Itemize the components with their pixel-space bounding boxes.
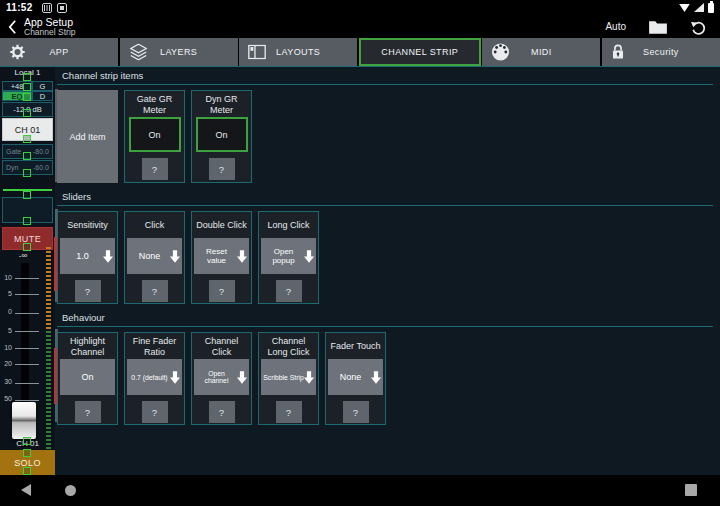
fader-scale-label: 10	[0, 344, 12, 351]
channel-strip-preview: Local 1 +48 G EQ D -12.0 dB CH 01 Gate -…	[0, 67, 55, 475]
help-button[interactable]: ?	[75, 401, 101, 423]
section-title: Sliders	[57, 191, 713, 206]
selection-handle-icon	[23, 437, 31, 445]
tab-label: CHANNEL STRIP	[381, 47, 458, 57]
help-button[interactable]: ?	[142, 280, 168, 302]
dropdown-double-click[interactable]: Reset value	[194, 238, 249, 274]
dropdown-value: None	[129, 251, 170, 261]
card-channel-click: Channel ClickOpen channel?	[191, 332, 252, 425]
fader-scale-label: 20	[0, 360, 12, 367]
help-button[interactable]: ?	[343, 401, 369, 423]
button-highlight-channel[interactable]: On	[60, 359, 115, 395]
help-button[interactable]: ?	[75, 280, 101, 302]
section-row: Highlight ChannelOn?Fine Fader Ratio0.7 …	[57, 332, 720, 425]
section-row: Add ItemGate GR MeterOn?Dyn GR MeterOn?	[57, 90, 720, 183]
nav-recents-icon[interactable]	[685, 484, 697, 496]
selection-handle-icon	[23, 169, 31, 177]
help-button[interactable]: ?	[209, 280, 235, 302]
tab-label: LAYOUTS	[276, 47, 320, 57]
dropdown-fine-fader-ratio[interactable]: 0.7 (default)	[127, 359, 182, 395]
dropdown-click[interactable]: None	[127, 238, 182, 274]
selection-handle-icon	[23, 217, 31, 225]
card-double-click: Double ClickReset value?	[191, 211, 252, 304]
nav-home-icon[interactable]	[65, 485, 76, 496]
back-button[interactable]	[0, 15, 24, 38]
fader-scale-label: 50	[0, 395, 12, 402]
help-button[interactable]: ?	[276, 401, 302, 423]
help-button[interactable]: ?	[142, 401, 168, 423]
back-chevron-icon	[8, 19, 17, 35]
auto-label[interactable]: Auto	[605, 21, 626, 32]
nav-back-icon[interactable]	[21, 484, 31, 496]
tab-channel-strip[interactable]: CHANNEL STRIP	[359, 38, 481, 66]
horizontal-scrollbar[interactable]	[54, 237, 57, 291]
card-title: Double Click	[194, 215, 249, 236]
tab-security[interactable]: Security	[602, 38, 720, 66]
app-screen: 11:52 App Setup Channel Strip Auto	[0, 0, 720, 506]
dropdown-arrow-icon	[170, 250, 180, 263]
help-button[interactable]: ?	[276, 280, 302, 302]
toggle-gate-gr-meter[interactable]: On	[129, 117, 181, 152]
level-meter-top	[46, 247, 51, 331]
card-title: Channel Long Click	[259, 336, 318, 357]
dropdown-fader-touch[interactable]: None	[328, 359, 383, 395]
card-click: ClickNone?	[124, 211, 185, 304]
add-item-button[interactable]: Add Item	[57, 90, 118, 183]
gate-indicator[interactable]: G	[32, 81, 53, 91]
fader-scale-label: 5	[0, 327, 12, 334]
card-title: Click	[143, 215, 167, 236]
tab-app[interactable]: APP	[0, 38, 118, 66]
card-title: Fader Touch	[329, 336, 383, 357]
fader-scale-tick	[15, 348, 39, 349]
fader-scale-tick	[15, 383, 39, 384]
toggle-dyn-gr-meter[interactable]: On	[196, 117, 248, 152]
fader-scale-tick	[15, 364, 39, 365]
fader-scale-label: 30	[0, 378, 12, 385]
dropdown-sensitivity[interactable]: 1.0	[60, 238, 115, 274]
tab-midi[interactable]: MIDI	[482, 38, 600, 66]
dropdown-long-click[interactable]: Open popup	[261, 238, 316, 274]
tab-label: MIDI	[531, 47, 552, 57]
fader-scale-tick	[15, 313, 39, 314]
dropdown-channel-long-click[interactable]: Scribble Strip	[261, 359, 316, 395]
fader-scale-label: 0	[0, 308, 12, 315]
selection-handle-icon	[23, 152, 31, 160]
tab-layers[interactable]: LAYERS	[120, 38, 238, 66]
dropdown-arrow-icon	[304, 250, 314, 263]
tab-label: APP	[49, 47, 68, 57]
dropdown-value: Open channel	[196, 370, 237, 384]
dropdown-channel-click[interactable]: Open channel	[194, 359, 249, 395]
layers-icon	[129, 44, 148, 61]
card-dyn-gr-meter: Dyn GR MeterOn?	[191, 90, 252, 183]
dropdown-arrow-icon	[237, 371, 247, 384]
undo-icon	[690, 19, 706, 35]
gate-label: Gate	[6, 148, 21, 155]
card-title: Fine Fader Ratio	[125, 336, 184, 357]
dyn-label: Dyn	[6, 164, 18, 171]
card-long-click: Long ClickOpen popup?	[258, 211, 319, 304]
fader-scale-tick	[15, 400, 39, 401]
fader-scale-tick	[15, 294, 39, 295]
fader-knob[interactable]	[12, 402, 36, 439]
horizontal-scrollbar[interactable]	[54, 348, 57, 404]
fader-value-label: -∞	[8, 251, 38, 260]
dropdown-arrow-icon	[237, 250, 247, 263]
card-title: Long Click	[265, 215, 311, 236]
dropdown-value: Reset value	[196, 247, 237, 265]
mixer-notification-icon	[42, 3, 52, 13]
help-button[interactable]: ?	[209, 401, 235, 423]
tab-label: LAYERS	[160, 47, 197, 57]
gate-value: -80.0	[33, 148, 49, 155]
midi-icon	[491, 43, 510, 62]
undo-button[interactable]	[690, 19, 706, 35]
card-channel-long-click: Channel Long ClickScribble Strip?	[258, 332, 319, 425]
dropdown-value: Open popup	[263, 247, 304, 265]
app-notification-icon	[57, 3, 67, 13]
help-button[interactable]: ?	[209, 158, 235, 180]
app-header: App Setup Channel Strip Auto	[0, 15, 720, 38]
dyn-indicator[interactable]: D	[32, 91, 53, 101]
selection-handle-icon	[23, 449, 31, 457]
folder-button[interactable]	[648, 19, 668, 35]
help-button[interactable]: ?	[142, 158, 168, 180]
tab-layouts[interactable]: LAYOUTS	[239, 38, 357, 66]
